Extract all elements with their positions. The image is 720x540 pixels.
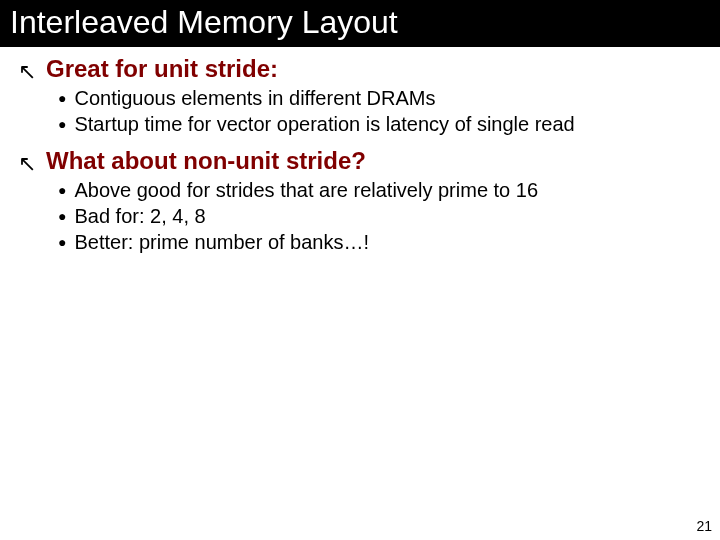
bullet-dot-icon: ● [58,233,66,251]
list-item: ● Above good for strides that are relati… [58,177,702,203]
list-item-text: Above good for strides that are relative… [74,177,538,203]
section-heading: What about non-unit stride? [46,147,366,175]
bullet-list-level2: ● Above good for strides that are relati… [18,175,702,261]
list-item: ● Contiguous elements in different DRAMs [58,85,702,111]
list-item: ● Better: prime number of banks…! [58,229,702,255]
slide-title: Interleaved Memory Layout [10,4,710,41]
bullet-list-level2: ● Contiguous elements in different DRAMs… [18,83,702,143]
slide-content: ↖ Great for unit stride: ● Contiguous el… [0,47,720,261]
section-heading: Great for unit stride: [46,55,278,83]
arrow-up-left-icon: ↖ [18,61,36,83]
list-item-text: Better: prime number of banks…! [74,229,369,255]
section-row: ↖ What about non-unit stride? [18,147,702,175]
list-item-text: Contiguous elements in different DRAMs [74,85,435,111]
list-item: ● Startup time for vector operation is l… [58,111,702,137]
bullet-list-level1: ↖ Great for unit stride: ● Contiguous el… [18,55,702,261]
bullet-dot-icon: ● [58,181,66,199]
title-bar: Interleaved Memory Layout [0,0,720,47]
page-number: 21 [696,518,712,534]
list-item-text: Bad for: 2, 4, 8 [74,203,205,229]
bullet-dot-icon: ● [58,89,66,107]
arrow-up-left-icon: ↖ [18,153,36,175]
section-item: ↖ Great for unit stride: ● Contiguous el… [18,55,702,143]
slide: Interleaved Memory Layout ↖ Great for un… [0,0,720,540]
bullet-dot-icon: ● [58,115,66,133]
section-item: ↖ What about non-unit stride? ● Above go… [18,147,702,261]
list-item-text: Startup time for vector operation is lat… [74,111,574,137]
bullet-dot-icon: ● [58,207,66,225]
list-item: ● Bad for: 2, 4, 8 [58,203,702,229]
section-row: ↖ Great for unit stride: [18,55,702,83]
